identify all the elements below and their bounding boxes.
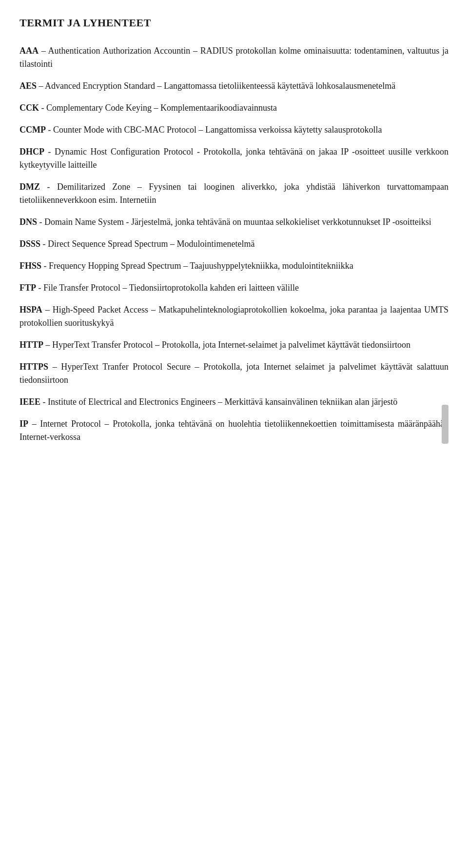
term-block: HSPA – High-Speed Packet Access – Matkap… [20,303,448,330]
term-abbreviation: HTTPS [20,362,48,372]
term-abbreviation: FTP [20,283,36,293]
term-block: DMZ - Demilitarized Zone – Fyysinen tai … [20,180,448,207]
term-abbreviation: IP [20,419,28,429]
term-abbreviation: IEEE [20,397,40,407]
term-block: DNS - Domain Name System - Järjestelmä, … [20,216,448,229]
term-abbreviation: HTTP [20,340,43,350]
term-abbreviation: CCK [20,103,39,113]
term-block: DHCP - Dynamic Host Configuration Protoc… [20,145,448,172]
term-block: FTP - File Transfer Protocol – Tiedonsii… [20,281,448,295]
term-abbreviation: HSPA [20,305,42,315]
term-abbreviation: DNS [20,217,37,227]
term-block: AES – Advanced Encryption Standard – Lan… [20,79,448,93]
scrollbar[interactable] [442,405,448,444]
term-block: FHSS - Frequency Hopping Spread Spectrum… [20,259,448,273]
term-abbreviation: CCMP [20,125,46,135]
term-text: CCK - Complementary Code Keying – Komple… [20,101,448,115]
term-abbreviation: DHCP [20,147,44,157]
term-abbreviation: FHSS [20,261,41,271]
term-text: HTTP – HyperText Transfer Protocol – Pro… [20,338,448,352]
term-block: AAA – Authentication Authorization Accou… [20,44,448,71]
term-text: IEEE - Institute of Electrical and Elect… [20,395,448,409]
term-text: FHSS - Frequency Hopping Spread Spectrum… [20,259,448,273]
term-text: CCMP - Counter Mode with CBC-MAC Protoco… [20,123,448,137]
term-block: CCK - Complementary Code Keying – Komple… [20,101,448,115]
term-text: IP – Internet Protocol – Protokolla, jon… [20,417,448,444]
term-block: HTTP – HyperText Transfer Protocol – Pro… [20,338,448,352]
term-block: CCMP - Counter Mode with CBC-MAC Protoco… [20,123,448,137]
terms-list: AAA – Authentication Authorization Accou… [20,44,448,444]
term-block: DSSS - Direct Sequence Spread Spectrum –… [20,237,448,251]
term-text: FTP - File Transfer Protocol – Tiedonsii… [20,281,448,295]
term-block: HTTPS – HyperText Tranfer Protocol Secur… [20,360,448,387]
term-abbreviation: AES [20,81,37,91]
term-text: DHCP - Dynamic Host Configuration Protoc… [20,145,448,172]
term-block: IEEE - Institute of Electrical and Elect… [20,395,448,409]
page-title: TERMIT JA LYHENTEET [20,15,448,31]
term-text: AAA – Authentication Authorization Accou… [20,44,448,71]
term-text: HTTPS – HyperText Tranfer Protocol Secur… [20,360,448,387]
term-abbreviation: AAA [20,46,39,56]
term-text: DNS - Domain Name System - Järjestelmä, … [20,216,448,229]
term-text: HSPA – High-Speed Packet Access – Matkap… [20,303,448,330]
term-block: IP – Internet Protocol – Protokolla, jon… [20,417,448,444]
term-abbreviation: DSSS [20,239,40,249]
term-text: DMZ - Demilitarized Zone – Fyysinen tai … [20,180,448,207]
term-abbreviation: DMZ [20,182,40,192]
term-text: DSSS - Direct Sequence Spread Spectrum –… [20,237,448,251]
term-text: AES – Advanced Encryption Standard – Lan… [20,79,448,93]
